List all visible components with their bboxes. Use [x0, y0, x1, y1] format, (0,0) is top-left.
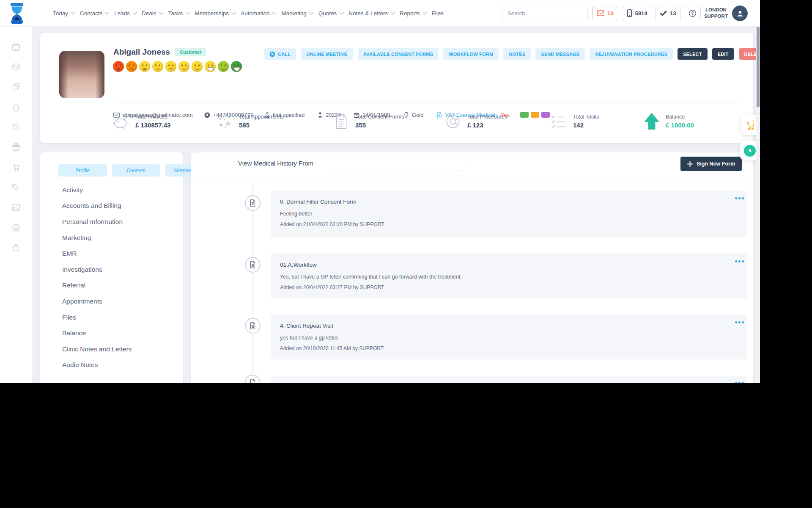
- mood-emoji-9[interactable]: [218, 61, 229, 72]
- sign-new-form-button[interactable]: Sign New Form: [680, 157, 742, 171]
- mood-emoji-2[interactable]: [126, 61, 137, 72]
- mood-emoji-3[interactable]: [139, 61, 150, 72]
- calendar-icon[interactable]: 12: [11, 42, 21, 52]
- menu-item-emr[interactable]: EMR: [62, 246, 178, 262]
- nav-deals[interactable]: Deals: [142, 10, 163, 17]
- timeline-node: [245, 195, 261, 211]
- menu-item-balance[interactable]: Balance: [62, 325, 178, 341]
- nav-label: Marketing: [281, 10, 306, 17]
- phone-badge[interactable]: 5914: [622, 6, 652, 20]
- search-icon[interactable]: [587, 6, 588, 20]
- sign-new-form-label: Sign New Form: [697, 161, 735, 167]
- tab-profile[interactable]: Profile: [58, 164, 107, 177]
- stat-label: Total Consent Forms: [355, 114, 404, 120]
- bag-icon[interactable]: [11, 102, 21, 112]
- menu-item-activity[interactable]: Activity: [62, 182, 178, 198]
- entry-meta: Added on 21/04/2022 02:20 PM by SUPPORT: [280, 221, 384, 227]
- entry-body: Yes, but I have a GP letter confirming t…: [280, 274, 462, 280]
- mood-emoji-6[interactable]: [178, 61, 189, 72]
- tag-chip-orange: [531, 112, 539, 118]
- whatsapp-icon: [744, 145, 756, 157]
- nav-memberships[interactable]: Memberships: [195, 10, 235, 17]
- send-message-button[interactable]: SEND MESSAGE: [535, 48, 585, 60]
- mood-rating-scale: [113, 61, 242, 72]
- medical-history-entry: 01.A.Workflow: [271, 376, 747, 383]
- notes-button[interactable]: NOTES: [503, 48, 531, 60]
- patient-photo[interactable]: [59, 51, 104, 98]
- chart-icon[interactable]: [11, 203, 21, 212]
- more-options-icon[interactable]: [735, 382, 737, 383]
- pabau-hourglass-logo[interactable]: [8, 2, 26, 25]
- stat-label: Total Tasks: [573, 114, 599, 120]
- package-icon[interactable]: [11, 62, 21, 72]
- profile-tabs: Profile Courses Memberships: [58, 164, 214, 177]
- mood-emoji-5[interactable]: [165, 61, 176, 72]
- vertical-scrollbar: [756, 27, 760, 383]
- menu-item-files[interactable]: Files: [62, 309, 178, 326]
- workflow-form-button[interactable]: WORKFLOW FORM: [443, 48, 499, 60]
- copy-icon[interactable]: [11, 82, 21, 91]
- menu-item-accounts-and-billing[interactable]: Accounts and Billing: [62, 198, 178, 214]
- menu-item-appointments[interactable]: Appointments: [62, 293, 178, 309]
- tasks-badge[interactable]: 13: [655, 6, 681, 20]
- medical-history-date-filter[interactable]: [330, 156, 464, 171]
- rejuvenation-procedures-button[interactable]: REJUVENATION PROCEDURES: [590, 48, 673, 60]
- more-options-icon[interactable]: [735, 260, 737, 262]
- menu-item-marketing[interactable]: Marketing: [62, 230, 178, 246]
- nav-today[interactable]: Today: [53, 10, 74, 17]
- stat-total-procedures: Total Procedures £ 123: [444, 113, 507, 130]
- nav-notes-letters[interactable]: Notes & Letters: [348, 10, 394, 17]
- call-button[interactable]: CALL: [264, 48, 296, 60]
- entry-meta: Added on 20/04/2022 03:27 PM by SUPPORT: [280, 284, 384, 290]
- cart-icon[interactable]: [11, 163, 21, 172]
- mood-emoji-10[interactable]: [231, 61, 242, 72]
- entry-title: 01.A.Workflow: [280, 382, 317, 383]
- more-options-icon[interactable]: [735, 321, 737, 323]
- mood-emoji-4[interactable]: [152, 61, 163, 72]
- stat-label: Total Appointments: [239, 114, 284, 120]
- menu-item-clinic-notes-and-letters[interactable]: Clinic Notes and Letters: [62, 341, 178, 357]
- account-icon[interactable]: [11, 223, 21, 232]
- help-button[interactable]: ?: [684, 6, 701, 20]
- user-location: LONDON: [703, 7, 729, 13]
- messages-badge[interactable]: 13: [592, 6, 618, 20]
- stat-value: 355: [355, 121, 404, 129]
- nav-label: Contacts: [80, 10, 102, 17]
- user-avatar[interactable]: [732, 6, 748, 21]
- mood-emoji-8[interactable]: [205, 61, 216, 72]
- tag-icon[interactable]: [11, 182, 21, 192]
- nav-reports[interactable]: Reports: [400, 10, 426, 17]
- search-input[interactable]: [502, 6, 587, 20]
- select-button[interactable]: SELECT: [678, 48, 708, 60]
- document-icon: [332, 113, 350, 130]
- nav-contacts[interactable]: Contacts: [80, 10, 109, 17]
- nav-quotes[interactable]: Quotes: [318, 10, 343, 17]
- nav-tasks[interactable]: Tasks: [168, 10, 189, 17]
- scrollbar-thumb[interactable]: [757, 27, 760, 107]
- menu-item-audio-notes[interactable]: Audio Notes: [62, 357, 178, 373]
- available-consent-forms-button[interactable]: AVAILABLE CONSENT FORMS: [358, 48, 439, 60]
- entry-body: yes but I have a gp letter.: [280, 335, 339, 341]
- edit-button[interactable]: EDIT: [712, 48, 734, 60]
- history-icon[interactable]: [11, 122, 21, 132]
- online-meeting-button[interactable]: ONLINE MEETING: [301, 48, 353, 60]
- gift-icon[interactable]: [11, 143, 21, 152]
- nav-files[interactable]: Files: [432, 10, 444, 17]
- nav-leads[interactable]: Leads: [114, 10, 136, 17]
- profile-side-panel: Profile Courses Memberships Activity Acc…: [40, 152, 183, 383]
- tab-courses[interactable]: Courses: [112, 164, 160, 177]
- timeline-line: [252, 184, 253, 383]
- nav-marketing[interactable]: Marketing: [281, 10, 313, 17]
- menu-item-personal-information[interactable]: Personal Information: [62, 214, 178, 230]
- lock-icon[interactable]: [11, 243, 21, 252]
- mood-emoji-7[interactable]: [192, 61, 203, 72]
- check-icon: [660, 10, 667, 16]
- timeline-node: [245, 375, 261, 383]
- more-options-icon[interactable]: [735, 197, 737, 199]
- form-icon: [250, 199, 256, 207]
- tag-chip-green: [520, 112, 529, 118]
- menu-item-investigations[interactable]: Investigations: [62, 262, 178, 278]
- mood-emoji-1[interactable]: [113, 61, 124, 72]
- nav-automation[interactable]: Automation: [241, 10, 276, 17]
- menu-item-referral[interactable]: Referral: [62, 278, 178, 294]
